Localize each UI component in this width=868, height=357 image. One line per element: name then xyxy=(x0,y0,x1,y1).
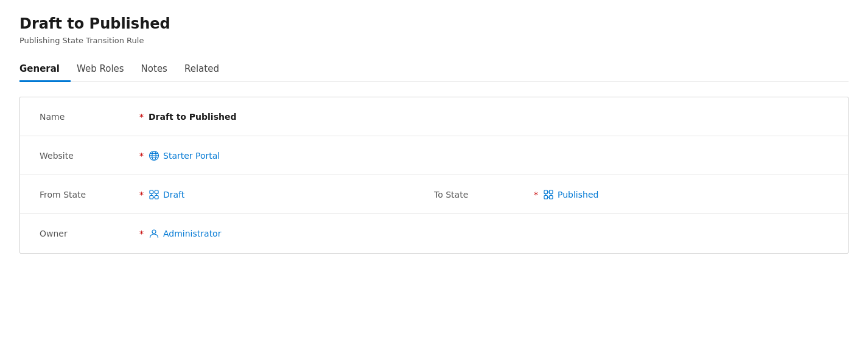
to-state-col: To State * xyxy=(434,189,828,200)
name-required: * xyxy=(139,112,144,122)
to-state-icon xyxy=(543,189,554,200)
svg-rect-8 xyxy=(155,195,159,199)
name-row: Name * Draft to Published xyxy=(20,97,848,136)
tab-bar: General Web Roles Notes Related xyxy=(19,57,849,82)
person-icon xyxy=(149,228,159,239)
from-state-required: * xyxy=(139,190,144,199)
from-state-icon xyxy=(149,189,159,200)
owner-label: Owner xyxy=(40,229,137,238)
svg-rect-6 xyxy=(155,190,159,194)
tab-related[interactable]: Related xyxy=(184,57,230,82)
website-label: Website xyxy=(40,151,137,161)
owner-row: Owner * Administrator xyxy=(20,214,848,253)
tab-web-roles[interactable]: Web Roles xyxy=(77,57,135,82)
state-row: From State * xyxy=(20,175,848,214)
owner-text: Administrator xyxy=(163,229,221,238)
page-subtitle: Publishing State Transition Rule xyxy=(19,36,849,45)
svg-rect-13 xyxy=(544,190,548,194)
to-state-text: Published xyxy=(558,190,598,199)
to-state-value[interactable]: Published xyxy=(543,189,598,200)
name-value: Draft to Published xyxy=(149,112,236,122)
form-container: Name * Draft to Published Website * Star… xyxy=(19,97,849,254)
svg-point-21 xyxy=(152,230,156,234)
name-label: Name xyxy=(40,112,137,122)
website-value[interactable]: Starter Portal xyxy=(149,150,220,161)
owner-required: * xyxy=(139,229,144,238)
svg-rect-16 xyxy=(550,195,553,199)
website-required: * xyxy=(139,151,144,161)
svg-rect-5 xyxy=(150,190,153,194)
website-row: Website * Starter Portal xyxy=(20,136,848,175)
tab-notes[interactable]: Notes xyxy=(141,57,178,82)
to-state-label: To State xyxy=(434,190,531,199)
svg-rect-14 xyxy=(550,190,553,194)
from-state-label: From State xyxy=(40,190,137,199)
from-state-value[interactable]: Draft xyxy=(149,189,184,200)
svg-rect-7 xyxy=(150,195,153,199)
from-state-text: Draft xyxy=(163,190,184,199)
svg-rect-15 xyxy=(544,195,548,199)
state-cols: From State * xyxy=(40,189,828,200)
owner-value[interactable]: Administrator xyxy=(149,228,221,239)
page-title: Draft to Published xyxy=(19,15,849,33)
website-text: Starter Portal xyxy=(163,151,220,161)
tab-general[interactable]: General xyxy=(19,57,71,82)
globe-icon xyxy=(149,150,159,161)
to-state-required: * xyxy=(534,190,538,199)
from-state-col: From State * xyxy=(40,189,434,200)
